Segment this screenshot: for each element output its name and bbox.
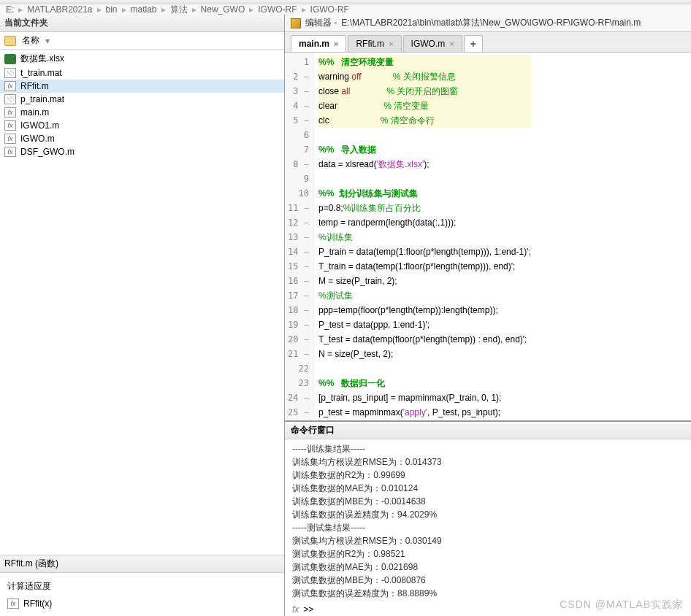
line-number[interactable]: 21 — [285, 347, 309, 361]
line-number[interactable]: 25 — [285, 405, 309, 420]
code-line[interactable]: %训练集 — [318, 230, 531, 245]
breadcrumb-segment[interactable]: MATLABR2021a — [27, 4, 92, 15]
line-number[interactable]: 17 — [285, 288, 309, 303]
code-line[interactable]: p_test = mapminmax('apply', P_test, ps_i… — [318, 405, 531, 420]
code-line[interactable] — [318, 361, 531, 376]
file-list[interactable]: 数据集.xlsxt_train.matRFfit.mp_train.matmai… — [0, 50, 284, 555]
close-icon[interactable]: × — [449, 39, 454, 48]
code-line[interactable]: clear % 清空变量 — [318, 99, 531, 113]
code-line[interactable]: %% 划分训练集与测试集 — [318, 186, 531, 201]
editor-tab[interactable]: main.m× — [291, 35, 346, 52]
line-number[interactable]: 5 — [285, 113, 309, 128]
command-window-header: 命令行窗口 — [285, 422, 691, 439]
file-item[interactable]: main.m — [0, 106, 284, 119]
code-line[interactable]: ppp=temp(floor(p*length(temp)):length(te… — [318, 303, 531, 317]
line-number[interactable]: 14 — [285, 245, 309, 259]
breadcrumb-separator: ▸ — [302, 4, 306, 15]
code-line[interactable]: p=0.8;%训练集所占百分比 — [318, 201, 531, 215]
file-detail-signature[interactable]: RFfit(x) — [7, 596, 277, 612]
code-line[interactable]: P_test = data(ppp, 1:end-1)'; — [318, 317, 531, 332]
breadcrumb-segment[interactable]: IGWO-RF — [310, 4, 349, 15]
cmd-output-line: 测试集数据的误差精度为：88.8889% — [292, 587, 684, 600]
cmd-output-line: -----测试集结果----- — [292, 521, 684, 534]
close-icon[interactable]: × — [334, 39, 338, 48]
close-icon[interactable]: × — [389, 39, 393, 48]
fx-icon[interactable]: fx — [292, 604, 299, 615]
file-item[interactable]: t_train.mat — [0, 66, 284, 80]
editor-title-prefix: 编辑器 - — [305, 17, 337, 29]
code-line[interactable]: data = xlsread('数据集.xlsx'); — [318, 157, 531, 172]
file-item[interactable]: RFfit.m — [0, 80, 284, 93]
line-number[interactable]: 12 — [285, 215, 309, 230]
line-number[interactable]: 18 — [285, 303, 309, 317]
file-item[interactable]: 数据集.xlsx — [0, 51, 284, 66]
editor-tab[interactable]: RFfit.m× — [348, 35, 401, 52]
m-file-icon — [4, 120, 16, 131]
code-line[interactable]: %% 导入数据 — [318, 142, 531, 157]
line-number[interactable]: 24 — [285, 390, 309, 405]
code-area[interactable]: %% 清空环境变量warning off % 关闭报警信息close all %… — [314, 53, 535, 420]
code-line[interactable]: %% 清空环境变量 — [318, 55, 531, 69]
code-line[interactable]: temp = randperm(length(data(:,1))); — [318, 215, 531, 230]
code-line[interactable]: %测试集 — [318, 288, 531, 303]
code-line[interactable]: %% 数据归一化 — [318, 376, 531, 390]
editor-body[interactable]: 1234567891011121314151617181920212223242… — [285, 53, 691, 420]
line-number[interactable]: 13 — [285, 230, 309, 245]
code-line[interactable]: P_train = data(temp(1:floor(p*length(tem… — [318, 245, 531, 259]
breadcrumb-segment[interactable]: 算法 — [170, 4, 188, 15]
line-number[interactable]: 22 — [285, 361, 309, 376]
line-number[interactable]: 23 — [285, 376, 309, 390]
tab-label: main.m — [299, 39, 329, 49]
code-line[interactable]: clc % 清空命令行 — [318, 113, 531, 128]
name-column-label[interactable]: 名称 — [22, 34, 39, 47]
line-number[interactable]: 8 — [285, 157, 309, 172]
line-number[interactable]: 2 — [285, 69, 309, 84]
m-file-icon — [4, 81, 16, 91]
code-line[interactable]: [p_train, ps_input] = mapminmax(P_train,… — [318, 390, 531, 405]
line-number[interactable]: 11 — [285, 201, 309, 215]
breadcrumb[interactable]: E:▸MATLABR2021a▸bin▸matlab▸算法▸New_GWO▸IG… — [0, 4, 691, 15]
line-number[interactable]: 19 — [285, 317, 309, 332]
breadcrumb-segment[interactable]: E: — [6, 4, 14, 15]
file-name: IGWO.m — [20, 134, 55, 144]
line-number[interactable]: 15 — [285, 259, 309, 274]
line-number[interactable]: 4 — [285, 99, 309, 113]
cmd-output-line: 训练集数据的R2为：0.99699 — [292, 469, 684, 482]
line-number[interactable]: 10 — [285, 186, 309, 201]
breadcrumb-segment[interactable]: IGWO-RF — [258, 4, 297, 15]
code-line[interactable]: T_test = data(temp(floor(p*length(temp))… — [318, 332, 531, 347]
code-line[interactable]: N = size(P_test, 2); — [318, 347, 531, 361]
file-name: 数据集.xlsx — [20, 53, 64, 65]
dropdown-arrow-icon[interactable]: ▾ — [45, 36, 50, 46]
line-number[interactable]: 1 — [285, 55, 309, 69]
cmd-output-line: -----训练集结果----- — [292, 442, 684, 455]
line-number[interactable]: 6 — [285, 128, 309, 142]
command-prompt[interactable]: fx >> — [285, 603, 691, 616]
line-gutter[interactable]: 1234567891011121314151617181920212223242… — [285, 53, 314, 420]
code-line[interactable] — [318, 172, 531, 186]
breadcrumb-segment[interactable]: New_GWO — [201, 4, 245, 15]
line-number[interactable]: 9 — [285, 172, 309, 186]
breadcrumb-segment[interactable]: bin — [106, 4, 118, 15]
file-item[interactable]: IGWO1.m — [0, 119, 284, 132]
add-tab-button[interactable]: + — [464, 35, 483, 52]
file-toolbar[interactable]: 名称 ▾ — [0, 32, 284, 50]
breadcrumb-segment[interactable]: matlab — [131, 4, 157, 15]
folder-icon[interactable] — [4, 36, 16, 46]
line-number[interactable]: 16 — [285, 274, 309, 288]
line-number[interactable]: 7 — [285, 142, 309, 157]
code-line[interactable]: T_train = data(temp(1:floor(p*length(tem… — [318, 259, 531, 274]
file-detail-header: RFfit.m (函数) — [0, 555, 284, 573]
command-window-output[interactable]: -----训练集结果-----训练集均方根误差RMSE为：0.014373训练集… — [285, 439, 691, 603]
line-number[interactable]: 3 — [285, 84, 309, 99]
editor-tab[interactable]: IGWO.m× — [403, 35, 462, 52]
file-item[interactable]: DSF_GWO.m — [0, 145, 284, 158]
line-number[interactable]: 20 — [285, 332, 309, 347]
editor-tabs[interactable]: main.m×RFfit.m×IGWO.m×+ — [285, 32, 691, 53]
code-line[interactable] — [318, 128, 531, 142]
code-line[interactable]: M = size(P_train, 2); — [318, 274, 531, 288]
file-item[interactable]: IGWO.m — [0, 132, 284, 145]
code-line[interactable]: close all % 关闭开启的图窗 — [318, 84, 531, 99]
file-item[interactable]: p_train.mat — [0, 93, 284, 106]
code-line[interactable]: warning off % 关闭报警信息 — [318, 69, 531, 84]
